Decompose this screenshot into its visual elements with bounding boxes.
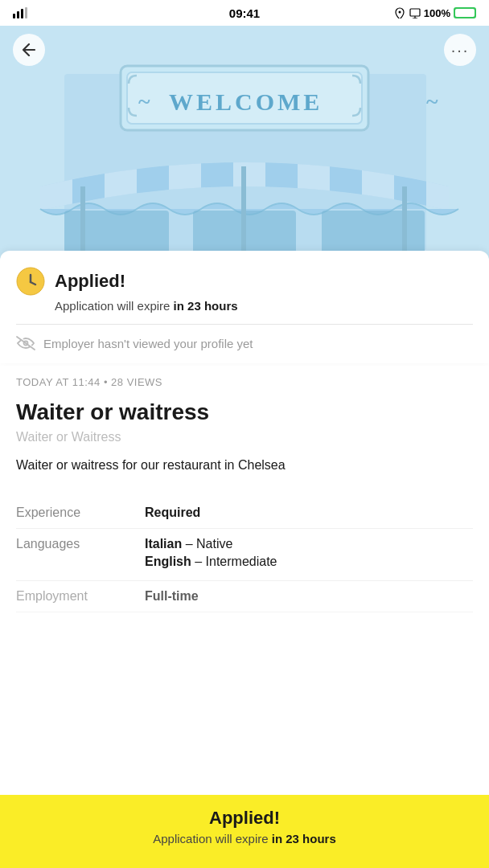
employer-status-text: Employer hasn't viewed your profile yet xyxy=(43,337,253,350)
svg-text:WELCOME: WELCOME xyxy=(169,88,323,115)
back-button[interactable] xyxy=(13,34,45,66)
cast-icon xyxy=(409,7,421,18)
svg-rect-5 xyxy=(410,9,420,16)
svg-rect-2 xyxy=(21,9,23,18)
applied-subtitle-prefix: Application will expire xyxy=(55,299,174,313)
signal-icon xyxy=(13,7,27,18)
hero-section: ~ WELCOME ~ xyxy=(0,26,489,267)
detail-label-languages: Languages xyxy=(16,537,145,551)
detail-value-employment: Full-time xyxy=(145,589,199,604)
status-bar: 09:41 100% xyxy=(0,0,489,26)
status-time: 09:41 xyxy=(229,6,260,20)
clock-icon xyxy=(16,267,45,296)
detail-row-employment: Employment Full-time xyxy=(16,581,473,612)
detail-row-experience: Experience Required xyxy=(16,497,473,529)
bottom-banner-bold: in 23 hours xyxy=(272,832,336,845)
applied-subtitle: Application will expire in 23 hours xyxy=(55,299,473,313)
status-right: 100% xyxy=(393,7,476,19)
svg-text:~: ~ xyxy=(426,88,438,113)
battery-percent: 100% xyxy=(424,7,450,19)
job-meta-section: TODAY AT 11:44 • 28 VIEWS Waiter or wait… xyxy=(0,363,489,497)
applied-title: Applied! xyxy=(55,271,125,292)
job-title: Waiter or waitress xyxy=(16,399,473,425)
bottom-banner-title: Applied! xyxy=(16,808,473,829)
bottom-banner-prefix: Application will expire xyxy=(153,832,272,845)
details-table: Experience Required Languages Italian – … xyxy=(0,497,489,612)
job-subtitle: Waiter or Waitress xyxy=(16,430,473,444)
job-description: Waiter or waitress for our restaurant in… xyxy=(16,456,473,475)
status-left xyxy=(13,7,27,18)
svg-rect-1 xyxy=(17,11,19,18)
applied-header: Applied! xyxy=(16,267,473,296)
location-icon xyxy=(393,7,406,18)
battery-icon xyxy=(454,7,476,18)
detail-label-experience: Experience xyxy=(16,506,145,520)
applied-card: Applied! Application will expire in 23 h… xyxy=(0,251,489,363)
svg-text:~: ~ xyxy=(138,88,150,113)
svg-rect-0 xyxy=(13,14,15,18)
svg-point-4 xyxy=(398,11,401,14)
applied-subtitle-bold: in 23 hours xyxy=(174,299,238,313)
more-options-button[interactable]: ··· xyxy=(444,34,476,66)
lang-italian: Italian – Native xyxy=(145,537,277,551)
detail-value-languages: Italian – Native English – Intermediate xyxy=(145,537,277,572)
eye-slash-icon xyxy=(16,336,35,350)
detail-row-languages: Languages Italian – Native English – Int… xyxy=(16,529,473,581)
lang-english: English – Intermediate xyxy=(145,555,277,569)
job-meta-line: TODAY AT 11:44 • 28 VIEWS xyxy=(16,376,473,388)
svg-rect-3 xyxy=(25,7,27,18)
back-arrow-icon xyxy=(22,43,36,56)
employer-status: Employer hasn't viewed your profile yet xyxy=(16,336,473,350)
applied-card-divider xyxy=(16,324,473,325)
top-nav: ··· xyxy=(0,26,489,74)
bottom-banner-subtitle: Application will expire in 23 hours xyxy=(16,832,473,845)
bottom-banner: Applied! Application will expire in 23 h… xyxy=(0,795,489,868)
detail-label-employment: Employment xyxy=(16,589,145,604)
dots-icon: ··· xyxy=(451,41,470,59)
detail-value-experience: Required xyxy=(145,506,200,520)
